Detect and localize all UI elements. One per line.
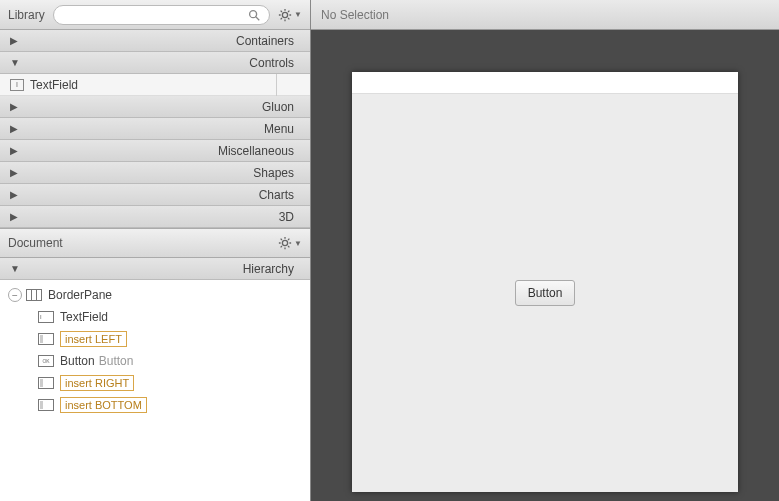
- chevron-down-icon: ▼: [10, 263, 20, 274]
- slot-icon: [38, 377, 54, 389]
- section-hierarchy[interactable]: ▼ Hierarchy: [0, 258, 310, 280]
- hierarchy-tree: − BorderPane I TextField insert LEFT OK …: [0, 280, 310, 501]
- tree-node-button[interactable]: OK Button Button: [0, 350, 310, 372]
- tree-node-sublabel: Button: [99, 354, 134, 368]
- tree-node-label: Button: [60, 354, 95, 368]
- document-header: Document ▼: [0, 228, 310, 258]
- preview-button[interactable]: Button: [515, 280, 576, 306]
- section-gluon[interactable]: ▶ Gluon: [0, 96, 310, 118]
- gear-dropdown-icon[interactable]: ▼: [294, 10, 302, 19]
- section-controls[interactable]: ▼ Controls: [0, 52, 310, 74]
- svg-point-2: [282, 12, 287, 17]
- section-menu[interactable]: ▶ Menu: [0, 118, 310, 140]
- preview-borderpane[interactable]: Button: [352, 72, 738, 492]
- tree-slot-right[interactable]: insert RIGHT: [0, 372, 310, 394]
- preview-textfield[interactable]: [352, 72, 738, 94]
- section-label: Containers: [20, 34, 300, 48]
- slot-icon: [38, 399, 54, 411]
- inspector-header: No Selection: [311, 0, 779, 30]
- tree-placeholder-label: insert RIGHT: [60, 375, 134, 391]
- textfield-icon: I: [38, 311, 54, 323]
- section-charts[interactable]: ▶ Charts: [0, 184, 310, 206]
- tree-placeholder-label: insert BOTTOM: [60, 397, 147, 413]
- chevron-right-icon: ▶: [10, 145, 20, 156]
- collapse-icon[interactable]: −: [8, 288, 22, 302]
- library-item-label: TextField: [30, 78, 78, 92]
- section-3d[interactable]: ▶ 3D: [0, 206, 310, 228]
- tree-node-label: BorderPane: [48, 288, 112, 302]
- svg-point-3: [282, 240, 287, 245]
- section-label: Charts: [20, 188, 300, 202]
- svg-point-0: [250, 10, 257, 17]
- section-label: 3D: [20, 210, 300, 224]
- library-item-textfield[interactable]: I TextField: [0, 74, 310, 96]
- chevron-right-icon: ▶: [10, 211, 20, 222]
- tree-node-label: TextField: [60, 310, 108, 324]
- tree-slot-bottom[interactable]: insert BOTTOM: [0, 394, 310, 416]
- borderpane-icon: [26, 289, 42, 301]
- tree-placeholder-label: insert LEFT: [60, 331, 127, 347]
- library-gear-icon[interactable]: [278, 8, 292, 22]
- slot-icon: [38, 333, 54, 345]
- document-title: Document: [8, 236, 278, 250]
- design-canvas[interactable]: Button: [311, 30, 779, 501]
- tree-node-textfield[interactable]: I TextField: [0, 306, 310, 328]
- chevron-right-icon: ▶: [10, 35, 20, 46]
- chevron-right-icon: ▶: [10, 101, 20, 112]
- item-split: [276, 74, 300, 96]
- gear-dropdown-icon[interactable]: ▼: [294, 239, 302, 248]
- section-label: Menu: [20, 122, 300, 136]
- tree-slot-left[interactable]: insert LEFT: [0, 328, 310, 350]
- library-search-input[interactable]: [62, 9, 247, 21]
- section-shapes[interactable]: ▶ Shapes: [0, 162, 310, 184]
- library-title: Library: [8, 8, 45, 22]
- library-search[interactable]: [53, 5, 270, 25]
- chevron-right-icon: ▶: [10, 123, 20, 134]
- section-label: Gluon: [20, 100, 300, 114]
- left-panel: Library ▼ ▶ Containers ▼ Controls I Text…: [0, 0, 311, 501]
- chevron-right-icon: ▶: [10, 167, 20, 178]
- tree-node-borderpane[interactable]: − BorderPane: [0, 284, 310, 306]
- button-icon: OK: [38, 355, 54, 367]
- chevron-right-icon: ▶: [10, 189, 20, 200]
- section-label: Hierarchy: [20, 262, 300, 276]
- section-miscellaneous[interactable]: ▶ Miscellaneous: [0, 140, 310, 162]
- section-label: Miscellaneous: [20, 144, 300, 158]
- document-gear-icon[interactable]: [278, 236, 292, 250]
- section-containers[interactable]: ▶ Containers: [0, 30, 310, 52]
- textfield-icon: I: [10, 79, 24, 91]
- search-icon: [247, 8, 261, 22]
- inspector-status: No Selection: [321, 8, 389, 22]
- section-label: Controls: [20, 56, 300, 70]
- library-header: Library ▼: [0, 0, 310, 30]
- svg-line-1: [256, 16, 260, 20]
- section-label: Shapes: [20, 166, 300, 180]
- preview-center: Button: [352, 94, 738, 492]
- chevron-down-icon: ▼: [10, 57, 20, 68]
- right-panel: No Selection Button: [311, 0, 779, 501]
